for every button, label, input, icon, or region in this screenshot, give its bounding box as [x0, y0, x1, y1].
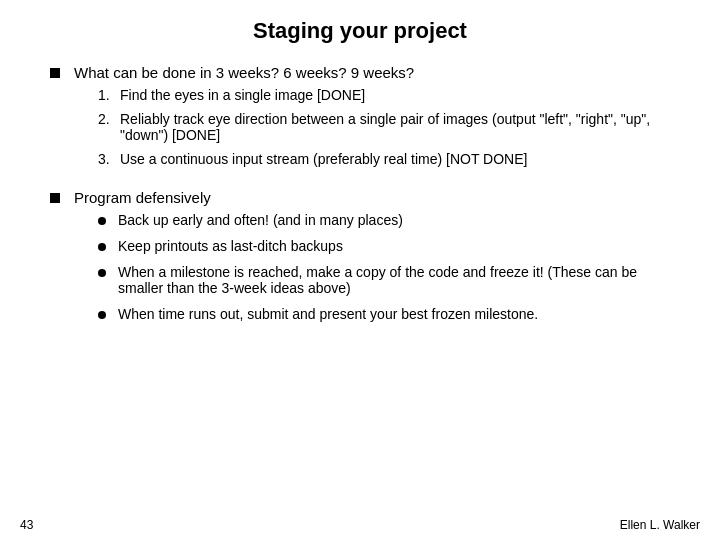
- num-label-3: 3.: [98, 151, 120, 167]
- circle-bullet-icon-2: [98, 243, 106, 251]
- page-number: 43: [20, 518, 33, 532]
- section-what-can-be-done: What can be done in 3 weeks? 6 weeks? 9 …: [50, 64, 680, 175]
- sub-bullets-container: Back up early and often! (and in many pl…: [74, 212, 680, 322]
- slide-footer: 43 Ellen L. Walker: [20, 518, 700, 532]
- section-2-content: Program defensively Back up early and of…: [74, 189, 680, 332]
- numbered-item-2: 2. Reliably track eye direction between …: [98, 111, 680, 143]
- numbered-list: 1. Find the eyes in a single image [DONE…: [98, 87, 680, 167]
- slide-page: Staging your project What can be done in…: [0, 0, 720, 540]
- sub-bullet-text-1: Back up early and often! (and in many pl…: [118, 212, 403, 228]
- num-text-1: Find the eyes in a single image [DONE]: [120, 87, 365, 103]
- circle-bullet-icon-1: [98, 217, 106, 225]
- circle-bullet-icon-4: [98, 311, 106, 319]
- sub-bullet-text-3: When a milestone is reached, make a copy…: [118, 264, 680, 296]
- num-text-2: Reliably track eye direction between a s…: [120, 111, 680, 143]
- sub-bullet-text-2: Keep printouts as last-ditch backups: [118, 238, 343, 254]
- sub-bullet-4: When time runs out, submit and present y…: [98, 306, 680, 322]
- author-name: Ellen L. Walker: [620, 518, 700, 532]
- sub-bullet-3: When a milestone is reached, make a copy…: [98, 264, 680, 296]
- content-area: What can be done in 3 weeks? 6 weeks? 9 …: [40, 64, 680, 332]
- sub-bullet-text-4: When time runs out, submit and present y…: [118, 306, 538, 322]
- numbered-item-1: 1. Find the eyes in a single image [DONE…: [98, 87, 680, 103]
- num-text-3: Use a continuous input stream (preferabl…: [120, 151, 527, 167]
- section-1-heading: What can be done in 3 weeks? 6 weeks? 9 …: [74, 64, 680, 81]
- num-label-2: 2.: [98, 111, 120, 127]
- numbered-item-3: 3. Use a continuous input stream (prefer…: [98, 151, 680, 167]
- section-1-content: What can be done in 3 weeks? 6 weeks? 9 …: [74, 64, 680, 175]
- sub-bullet-1: Back up early and often! (and in many pl…: [98, 212, 680, 228]
- bullet-square-icon-2: [50, 193, 60, 203]
- bullet-square-icon: [50, 68, 60, 78]
- sub-bullet-2: Keep printouts as last-ditch backups: [98, 238, 680, 254]
- num-label-1: 1.: [98, 87, 120, 103]
- section-program-defensively: Program defensively Back up early and of…: [50, 189, 680, 332]
- circle-bullet-icon-3: [98, 269, 106, 277]
- slide-title: Staging your project: [40, 10, 680, 44]
- section-2-heading: Program defensively: [74, 189, 680, 206]
